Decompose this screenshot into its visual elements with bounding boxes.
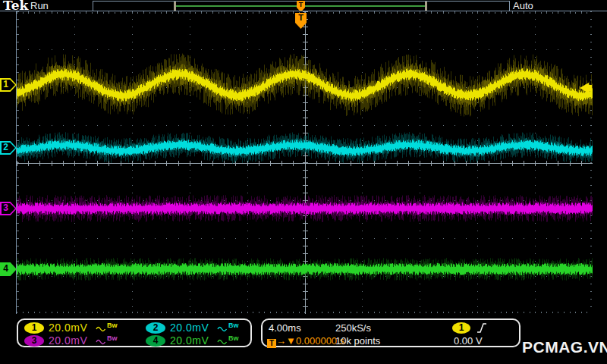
timebase-readout: 4.00ms	[269, 322, 301, 334]
channel-readouts-box: 1 20.0mV Bw 2 20.0mV Bw 3 20.0mV	[17, 318, 252, 347]
trigger-level-arrow-tail	[589, 85, 592, 91]
channel-3-position-marker: 3	[0, 202, 17, 215]
channel-2-scale: 20.0mV	[170, 322, 212, 334]
channel-1-scale: 20.0mV	[49, 322, 91, 334]
trigger-delay-readout: T→▼0.000000 s	[267, 335, 344, 348]
trigger-arrow-icon: →	[276, 335, 286, 347]
channel-4-badge: 4	[146, 335, 165, 347]
trigger-level-readout: 0.00 V	[454, 335, 483, 347]
channel-2-readout: 2 20.0mV Bw	[146, 322, 239, 334]
channel-2-badge: 2	[146, 322, 165, 334]
sample-rate-readout: 250kS/s	[335, 322, 371, 334]
trigger-down-icon: ▼	[286, 335, 296, 347]
channel-3-readout: 3 20.0mV Bw	[24, 334, 118, 347]
channel-4-position-marker: 4	[0, 262, 17, 276]
channel-4-scale: 20.0mV	[170, 334, 212, 347]
acquisition-status: Run	[30, 0, 49, 11]
ac-coupling-icon	[217, 325, 228, 334]
trigger-t-icon: T	[267, 339, 276, 348]
record-window-divider	[425, 2, 427, 11]
channel-1-position-marker: 1	[0, 78, 17, 92]
channel-4-readout: 4 20.0mV Bw	[146, 334, 239, 347]
channel-1-readout: 1 20.0mV Bw	[24, 322, 118, 334]
ac-coupling-icon	[96, 337, 106, 347]
bandwidth-limit-icon: Bw	[228, 322, 239, 329]
watermark: PCMAG.VN	[522, 338, 607, 356]
trigger-source-badge: 1	[452, 322, 470, 334]
bandwidth-limit-icon: Bw	[107, 334, 118, 342]
channel-2-position-marker: 2	[0, 141, 17, 155]
bandwidth-limit-icon: Bw	[107, 322, 118, 329]
rising-edge-icon	[476, 322, 488, 334]
trigger-mode-label: Auto	[513, 0, 533, 11]
record-length-readout: 10k points	[335, 335, 380, 347]
channel-3-scale: 20.0mV	[49, 334, 91, 347]
bandwidth-limit-icon: Bw	[228, 334, 239, 342]
acquisition-progress-bar: T	[93, 1, 510, 11]
channel-3-badge: 3	[24, 335, 44, 347]
channel-1-badge: 1	[24, 322, 44, 334]
horizontal-trigger-readouts-box: 4.00ms 250kS/s 1 T→▼0.000000 s 10k point…	[261, 318, 521, 347]
waveform-display	[17, 11, 593, 314]
ac-coupling-icon	[96, 325, 106, 334]
trigger-level-arrow-icon	[580, 83, 589, 93]
ac-coupling-icon	[217, 337, 228, 347]
oscilloscope-screen: Tek Run T Auto T 1 2 3 4 1 20.0mV Bw	[0, 0, 607, 364]
